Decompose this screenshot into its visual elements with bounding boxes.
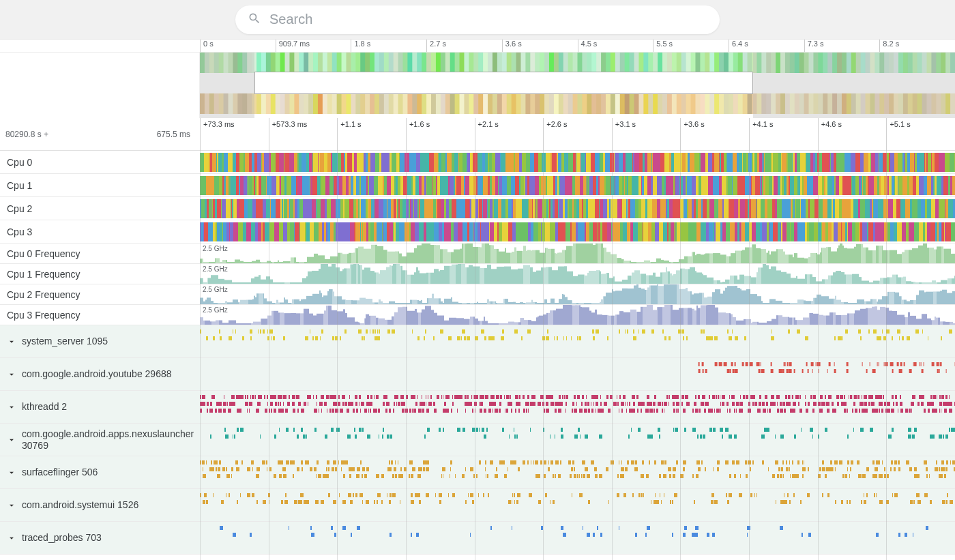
process-track[interactable]: surfaceflinger 506 <box>0 456 955 489</box>
cpu-track[interactable]: Cpu 3 <box>0 220 955 244</box>
track-label: com.android.systemui 1526 <box>22 499 138 510</box>
chevron-down-icon[interactable] <box>7 468 16 477</box>
ruler-absolute: 0 s909.7 ms1.8 s2.7 s3.6 s4.5 s5.5 s6.4 … <box>0 40 955 53</box>
track-label: system_server 1095 <box>22 336 108 347</box>
track-label: Cpu 0 <box>7 157 32 168</box>
track-label: surfaceflinger 506 <box>22 467 98 477</box>
overview-viewport-box[interactable] <box>254 72 754 94</box>
cpu-freq-track[interactable]: Cpu 2 Frequency2.5 GHz <box>0 284 955 305</box>
ruler-tick: 2.7 s <box>426 40 502 52</box>
track-label: Cpu 1 <box>7 180 32 191</box>
chevron-down-icon[interactable] <box>7 501 16 510</box>
process-track[interactable]: com.android.systemui 1526 <box>0 489 955 522</box>
track-label: Cpu 3 <box>7 226 32 237</box>
overview-mask-right <box>753 53 955 118</box>
track-label: com.google.android.youtube 29688 <box>22 368 172 379</box>
ruler-tick: 8.2 s <box>879 40 955 52</box>
ruler-tick: +2.6 s <box>543 118 612 150</box>
process-track[interactable]: kthreadd 2 <box>0 391 955 424</box>
timeline-panel: 0 s909.7 ms1.8 s2.7 s3.6 s4.5 s5.5 s6.4 … <box>0 40 955 555</box>
track-label: Cpu 0 Frequency <box>7 248 80 259</box>
track-label: kthreadd 2 <box>22 401 67 412</box>
freq-max-label: 2.5 GHz <box>203 286 228 293</box>
process-track[interactable]: com.google.android.youtube 29688 <box>0 358 955 391</box>
search-box[interactable] <box>235 5 720 34</box>
process-track[interactable]: traced_probes 703 <box>0 522 955 555</box>
cpu-track[interactable]: Cpu 0 <box>0 151 955 174</box>
ruler-tick: +3.1 s <box>612 118 681 150</box>
track-label: Cpu 2 Frequency <box>7 289 80 300</box>
time-offset: 675.5 ms <box>157 130 194 139</box>
ruler-tick: +3.6 s <box>680 118 749 150</box>
ruler-tick: 6.4 s <box>729 40 804 52</box>
ruler-tick: 3.6 s <box>502 40 578 52</box>
overview-minimap[interactable] <box>0 53 955 118</box>
ruler-tick: 0 s <box>200 40 276 52</box>
ruler-tick: 909.7 ms <box>276 40 351 52</box>
ruler-tick: 7.3 s <box>804 40 880 52</box>
track-label: com.google.android.apps.nexuslauncher 30… <box>22 428 194 450</box>
chevron-down-icon[interactable] <box>7 370 16 379</box>
cpu-freq-track[interactable]: Cpu 1 Frequency2.5 GHz <box>0 264 955 284</box>
cpu-freq-track[interactable]: Cpu 0 Frequency2.5 GHz <box>0 244 955 264</box>
topbar <box>0 0 955 40</box>
chevron-down-icon[interactable] <box>7 435 16 445</box>
ruler-tick: 5.5 s <box>653 40 729 52</box>
chevron-down-icon[interactable] <box>7 533 16 543</box>
time-base: 80290.8 s + <box>5 130 157 139</box>
cpu-track[interactable]: Cpu 2 <box>0 197 955 220</box>
freq-max-label: 2.5 GHz <box>203 306 228 314</box>
ruler-tick: +1.6 s <box>406 118 475 150</box>
cpu-freq-track[interactable]: Cpu 3 Frequency2.5 GHz <box>0 305 955 325</box>
ruler-tick: +5.1 s <box>886 118 955 150</box>
search-icon <box>248 12 269 27</box>
process-track[interactable]: com.google.android.apps.nexuslauncher 30… <box>0 424 955 456</box>
freq-max-label: 2.5 GHz <box>203 245 228 252</box>
chevron-down-icon[interactable] <box>7 402 16 412</box>
ruler-relative: 80290.8 s + 675.5 ms +73.3 ms+573.3 ms+1… <box>0 118 955 151</box>
overview-mask-left <box>200 53 254 118</box>
ruler-tick: +573.3 ms <box>269 118 338 150</box>
track-label: Cpu 3 Frequency <box>7 310 80 321</box>
ruler-tick: 4.5 s <box>578 40 653 52</box>
chevron-down-icon[interactable] <box>7 337 16 347</box>
track-label: Cpu 1 Frequency <box>7 269 80 280</box>
ruler-tick: 1.8 s <box>351 40 426 52</box>
freq-max-label: 2.5 GHz <box>203 265 228 273</box>
process-track[interactable]: system_server 1095 <box>0 325 955 358</box>
ruler-tick: +4.6 s <box>818 118 887 150</box>
track-label: traced_probes 703 <box>22 532 102 543</box>
search-input[interactable] <box>269 12 707 27</box>
ruler-tick: +73.3 ms <box>200 118 269 150</box>
ruler-tick: +2.1 s <box>475 118 544 150</box>
cpu-track[interactable]: Cpu 1 <box>0 174 955 197</box>
track-label: Cpu 2 <box>7 203 32 214</box>
ruler-tick: +1.1 s <box>337 118 406 150</box>
ruler-tick: +4.1 s <box>749 118 818 150</box>
